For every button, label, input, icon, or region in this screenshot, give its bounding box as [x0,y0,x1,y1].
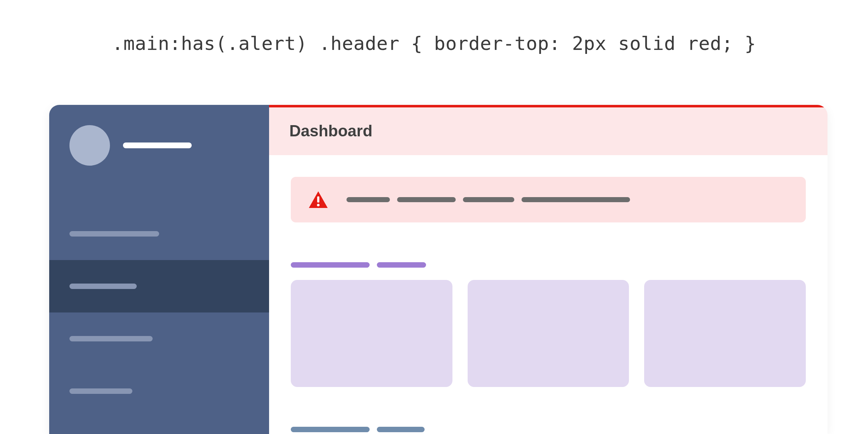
profile-name-placeholder [123,142,192,148]
alert-banner[interactable] [291,177,806,222]
warning-triangle-icon [308,191,328,209]
sidebar-item-label-placeholder [69,336,153,341]
sidebar-item-1[interactable] [49,260,269,312]
card-purple-1[interactable] [468,280,629,387]
page-header: Dashboard [269,105,827,155]
card-purple-0[interactable] [291,280,452,387]
sidebar-item-3[interactable] [49,365,269,417]
svg-point-1 [317,204,319,206]
svg-rect-0 [317,196,319,203]
alert-text-segment [397,197,456,202]
section-label-segment [291,427,370,432]
avatar[interactable] [69,125,110,166]
sidebar-item-2[interactable] [49,312,269,365]
sidebar-profile[interactable] [49,105,269,186]
section-label-segment [377,427,425,432]
alert-text-segment [346,197,390,202]
code-snippet: .main:has(.alert) .header { border-top: … [0,0,868,54]
card-row-purple [291,280,806,387]
page-title: Dashboard [289,122,807,140]
card-purple-2[interactable] [644,280,806,387]
alert-text-placeholder [346,197,630,202]
main: Dashboard [269,105,827,434]
sidebar-item-label-placeholder [69,231,159,237]
alert-text-segment [463,197,514,202]
alert-text-segment [522,197,630,202]
section-label-segment [377,262,426,268]
sidebar [49,105,269,434]
sidebar-item-label-placeholder [69,388,132,394]
section-label-segment [291,262,370,268]
section-label-blue [291,427,806,432]
sidebar-item-0[interactable] [49,208,269,260]
main-content [269,155,827,434]
section-label-purple [291,262,806,268]
sidebar-item-label-placeholder [69,284,137,289]
app-window: Dashboard [49,105,827,434]
sidebar-items [49,186,269,434]
sidebar-item-4[interactable] [49,417,269,434]
